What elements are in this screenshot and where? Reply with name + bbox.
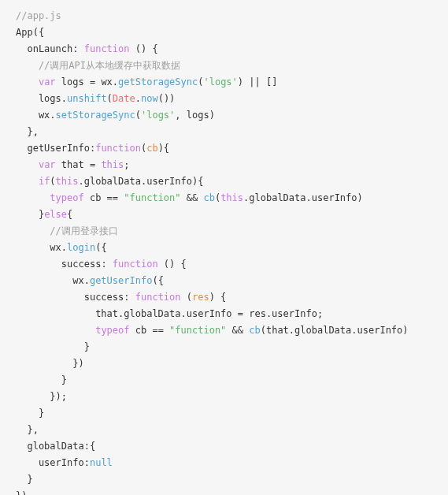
code-token: cb == — [84, 192, 124, 203]
code-token: && — [226, 325, 249, 336]
code-token: .globalData.userInfo) — [243, 192, 363, 203]
code-token: }); — [16, 391, 67, 402]
code-token: wx. — [16, 110, 56, 121]
code-token: () { — [158, 259, 187, 270]
code-token: (that.globalData.userInfo) — [261, 325, 409, 336]
code-token: "function" — [124, 192, 180, 203]
code-token: getUserInfo — [90, 275, 152, 286]
code-token: //调用API从本地缓存中获取数据 — [16, 60, 180, 71]
code-token: cb == — [130, 325, 170, 336]
code-token: ()) — [158, 93, 176, 104]
code-token: cb — [203, 192, 214, 203]
code-token: .globalData.userInfo){ — [79, 176, 204, 187]
code-token: cb — [249, 325, 260, 336]
code-token: } — [16, 374, 67, 385]
code-token: ) { — [209, 292, 227, 303]
code-token: : — [124, 292, 135, 303]
code-token: this — [101, 159, 124, 170]
code-token: App — [16, 27, 33, 38]
code-token: }, — [16, 126, 39, 137]
code-token: cb — [146, 143, 157, 154]
code-token: 'logs' — [141, 110, 175, 121]
code-token: . — [135, 93, 141, 104]
code-token — [16, 325, 95, 336]
code-token: : — [72, 43, 83, 54]
code-token: } — [16, 474, 33, 485]
code-token: "function" — [169, 325, 226, 336]
code-token: ){ — [158, 143, 169, 154]
code-token: ; — [124, 159, 129, 170]
code-content: //app.js App({ onLaunch: function () { /… — [16, 10, 409, 495]
code-token: ) || [] — [238, 76, 278, 87]
code-token: ({ — [33, 27, 44, 38]
code-token: }) — [16, 490, 27, 495]
code-token: //app.js — [16, 10, 61, 21]
code-token: var — [39, 159, 56, 170]
code-token: setStorageSync — [56, 110, 135, 121]
code-token: ({ — [152, 275, 163, 286]
code-token: var — [39, 76, 56, 87]
code-token: function — [135, 292, 181, 303]
code-token: : — [84, 457, 90, 468]
code-token: null — [90, 457, 113, 468]
code-token: ({ — [95, 242, 106, 253]
code-token — [16, 192, 50, 203]
code-token: unshift — [67, 93, 107, 104]
code-token: logs. — [16, 93, 67, 104]
code-token: }, — [16, 424, 39, 435]
code-token: this — [220, 192, 243, 203]
code-token: else — [44, 209, 67, 220]
code-token: that = — [56, 159, 102, 170]
code-token: now — [141, 93, 158, 104]
code-token: success — [16, 292, 124, 303]
code-token: wx. — [16, 242, 67, 253]
code-token: ( — [50, 176, 55, 187]
code-token: ( — [107, 93, 113, 104]
code-token — [16, 176, 39, 187]
code-token: } — [16, 341, 90, 352]
code-token: getUserInfo — [16, 143, 90, 154]
code-token: : — [101, 259, 112, 270]
code-token: if — [39, 176, 50, 187]
code-token: login — [67, 242, 95, 253]
code-token: res — [192, 292, 209, 303]
code-token: success — [16, 259, 101, 270]
code-token — [16, 76, 39, 87]
code-token: ( — [181, 292, 192, 303]
code-token — [16, 159, 39, 170]
code-token: typeof — [50, 192, 83, 203]
code-token: Date — [113, 93, 135, 104]
code-token: function — [113, 259, 158, 270]
code-token: logs = wx. — [56, 76, 118, 87]
code-token: userInfo — [16, 457, 84, 468]
code-token: getStorageSync — [118, 76, 198, 87]
code-token: } — [16, 209, 44, 220]
code-token: that.globalData.userInfo = res.userInfo; — [16, 308, 323, 319]
code-token: }) — [16, 358, 84, 369]
code-token: , logs) — [175, 110, 215, 121]
code-token: () { — [130, 43, 158, 54]
code-token: :{ — [84, 441, 95, 452]
code-token: globalData — [16, 441, 84, 452]
code-token: && — [181, 192, 204, 203]
code-token: wx. — [16, 275, 90, 286]
code-block: //app.js App({ onLaunch: function () { /… — [16, 8, 448, 495]
code-token: function — [95, 143, 141, 154]
code-token: } — [16, 408, 44, 419]
code-token: onLaunch — [16, 43, 72, 54]
code-token: { — [67, 209, 72, 220]
code-token: 'logs' — [203, 76, 237, 87]
code-token: this — [56, 176, 79, 187]
code-token: function — [84, 43, 130, 54]
code-token: typeof — [95, 325, 129, 336]
code-token: //调用登录接口 — [16, 225, 118, 236]
code-token: ( — [135, 110, 141, 121]
